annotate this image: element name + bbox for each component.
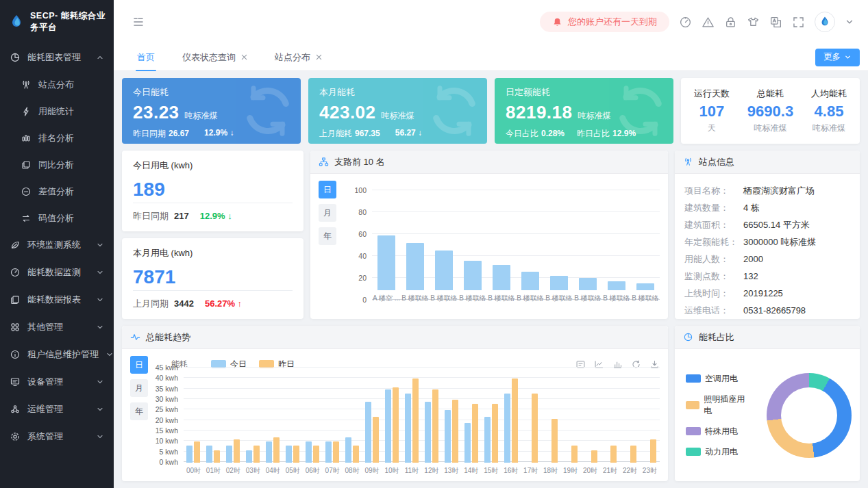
donut-chart[interactable]: [767, 373, 852, 458]
bar[interactable]: [464, 261, 482, 290]
pie-legend-item[interactable]: 照明插座用电: [686, 394, 749, 417]
tab-site-distribution[interactable]: 站点分布: [261, 44, 336, 71]
legend-item-yesterday[interactable]: 昨日: [259, 359, 295, 370]
bar[interactable]: [492, 404, 498, 463]
collapse-menu-icon[interactable]: [132, 15, 145, 29]
period-month-button[interactable]: 月: [130, 379, 148, 397]
lock-icon[interactable]: [724, 16, 737, 29]
sidebar-item-energy-data-monitoring[interactable]: 能耗数据监测: [0, 259, 114, 286]
more-tabs-button[interactable]: 更多: [815, 49, 860, 66]
refresh-icon[interactable]: [631, 359, 641, 370]
bar[interactable]: [610, 446, 617, 463]
sidebar-item-energy-reports[interactable]: 能耗数据报表: [0, 286, 114, 313]
bar[interactable]: [504, 394, 510, 463]
bar[interactable]: [246, 450, 252, 463]
sidebar-item-energy-charts[interactable]: 能耗图表管理: [0, 44, 114, 71]
chevron-down-icon[interactable]: [845, 17, 854, 27]
bar[interactable]: [377, 235, 395, 290]
bar[interactable]: [432, 389, 438, 463]
bar[interactable]: [608, 281, 625, 290]
bar[interactable]: [405, 394, 411, 463]
pie-legend-item[interactable]: 动力用电: [686, 446, 749, 458]
bar[interactable]: [186, 446, 193, 463]
account-expiry-alert[interactable]: 您的账户还有一天到期: [540, 12, 669, 32]
bar[interactable]: [406, 243, 424, 290]
close-icon[interactable]: [316, 54, 322, 60]
bar[interactable]: [313, 446, 319, 463]
bar[interactable]: [435, 251, 453, 290]
language-icon[interactable]: [769, 16, 782, 29]
sidebar-item-device-management[interactable]: 设备管理: [0, 368, 114, 396]
sidebar-item-energy-usage-stats[interactable]: 用能统计: [0, 98, 114, 125]
pie-legend-item[interactable]: 空调用电: [686, 373, 749, 385]
sidebar-item-site-distribution[interactable]: 站点分布: [0, 71, 114, 98]
sidebar-item-difference-analysis[interactable]: 差值分析: [0, 178, 114, 205]
bar[interactable]: [325, 441, 332, 463]
period-year-button[interactable]: 年: [130, 402, 148, 420]
bar[interactable]: [385, 389, 391, 463]
bar[interactable]: [214, 450, 220, 463]
bar[interactable]: [472, 404, 478, 463]
pie-legend-item[interactable]: 特殊用电: [686, 426, 749, 437]
bar[interactable]: [445, 410, 451, 463]
bar[interactable]: [636, 283, 654, 290]
bar[interactable]: [286, 446, 292, 463]
legend-item-today[interactable]: 今日: [211, 359, 247, 370]
bar[interactable]: [353, 446, 359, 463]
fullscreen-icon[interactable]: [792, 16, 805, 29]
bar[interactable]: [234, 439, 240, 463]
gauge-icon[interactable]: [679, 16, 692, 29]
tab-home[interactable]: 首页: [123, 44, 169, 71]
bar[interactable]: [226, 446, 232, 463]
bar[interactable]: [293, 446, 299, 463]
bar[interactable]: [194, 441, 200, 463]
bar[interactable]: [550, 276, 568, 290]
bar[interactable]: [393, 387, 399, 463]
bar[interactable]: [532, 394, 538, 463]
bar[interactable]: [206, 446, 212, 463]
bar[interactable]: [306, 441, 312, 463]
sidebar-item-other-management[interactable]: 其他管理: [0, 313, 114, 341]
tab-meter-status[interactable]: 仪表状态查询: [169, 44, 261, 71]
sidebar-item-system-management[interactable]: 系统管理: [0, 423, 114, 450]
bar[interactable]: [521, 272, 539, 290]
line-chart-icon[interactable]: [594, 359, 604, 370]
bar[interactable]: [412, 378, 419, 463]
sidebar-item-tenant-info-management[interactable]: 租户信息维护管理: [0, 341, 114, 368]
sidebar-item-ops-management[interactable]: 运维管理: [0, 396, 114, 423]
sidebar-item-ranking-analysis[interactable]: 排名分析: [0, 125, 114, 151]
period-day-button[interactable]: 日: [319, 181, 336, 198]
bar[interactable]: [452, 400, 458, 463]
bar[interactable]: [266, 441, 272, 463]
data-view-icon[interactable]: [575, 359, 586, 370]
sidebar-item-yoy-analysis[interactable]: 同比分析: [0, 151, 114, 178]
bar[interactable]: [484, 417, 491, 463]
bar[interactable]: [551, 419, 558, 463]
close-icon[interactable]: [241, 54, 247, 60]
theme-shirt-icon[interactable]: [747, 16, 760, 29]
period-month-button[interactable]: 月: [319, 204, 336, 222]
warning-icon[interactable]: [702, 16, 715, 29]
bar[interactable]: [373, 417, 379, 463]
period-year-button[interactable]: 年: [319, 227, 336, 245]
bar-chart-icon[interactable]: [612, 359, 623, 370]
bar[interactable]: [571, 446, 578, 463]
bar[interactable]: [345, 437, 351, 463]
bar[interactable]: [365, 402, 371, 463]
sidebar-item-environment-monitoring[interactable]: 环境监测系统: [0, 231, 114, 259]
sidebar-item-code-value-analysis[interactable]: 码值分析: [0, 205, 114, 231]
bar[interactable]: [273, 437, 280, 463]
bar[interactable]: [333, 441, 339, 463]
bar[interactable]: [425, 402, 431, 463]
bar[interactable]: [591, 450, 597, 463]
download-icon[interactable]: [649, 359, 660, 370]
user-avatar[interactable]: [815, 12, 835, 32]
bar[interactable]: [579, 278, 597, 290]
bar[interactable]: [512, 378, 518, 463]
bar[interactable]: [253, 446, 260, 463]
bar[interactable]: [630, 446, 636, 463]
bar[interactable]: [493, 265, 510, 290]
period-day-button[interactable]: 日: [130, 356, 148, 374]
bar[interactable]: [464, 423, 471, 463]
bar[interactable]: [650, 439, 656, 463]
